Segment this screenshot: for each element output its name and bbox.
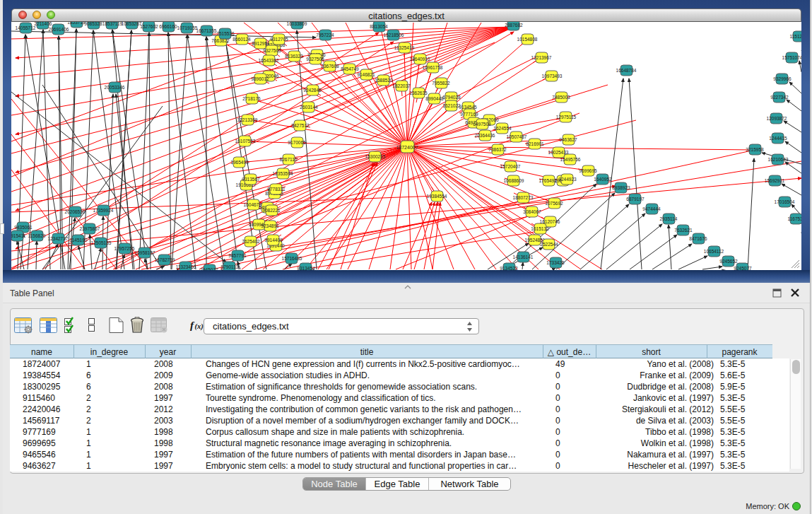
svg-text:2522544: 2522544 bbox=[540, 242, 558, 247]
svg-text:17957255: 17957255 bbox=[114, 246, 135, 251]
svg-text:12093872: 12093872 bbox=[767, 116, 787, 121]
svg-text:10507487: 10507487 bbox=[507, 134, 527, 139]
svg-text:9245077: 9245077 bbox=[734, 266, 752, 270]
svg-text:6794028: 6794028 bbox=[442, 95, 461, 100]
svg-text:15720407: 15720407 bbox=[500, 164, 521, 169]
svg-text:15692911: 15692911 bbox=[765, 178, 785, 183]
svg-text:9313454: 9313454 bbox=[297, 266, 315, 270]
svg-text:19384554: 19384554 bbox=[427, 194, 447, 199]
svg-text:2367608: 2367608 bbox=[321, 64, 339, 69]
svg-text:10154808: 10154808 bbox=[517, 37, 538, 42]
svg-text:8136323: 8136323 bbox=[285, 54, 303, 59]
svg-text:9474444: 9474444 bbox=[642, 206, 661, 211]
svg-text:2211406: 2211406 bbox=[35, 22, 52, 26]
svg-text:9146821: 9146821 bbox=[357, 72, 375, 77]
svg-text:1822037: 1822037 bbox=[392, 83, 411, 88]
svg-text:1965493: 1965493 bbox=[230, 160, 249, 165]
svg-text:1156829: 1156829 bbox=[28, 233, 46, 238]
svg-text:1151234: 1151234 bbox=[790, 34, 801, 39]
svg-text:7957224: 7957224 bbox=[316, 33, 334, 37]
svg-text:12213967: 12213967 bbox=[531, 55, 552, 60]
svg-text:16961758: 16961758 bbox=[423, 65, 443, 70]
svg-text:12213369: 12213369 bbox=[237, 117, 258, 122]
svg-text:1621022: 1621022 bbox=[442, 103, 461, 108]
svg-text:12353594: 12353594 bbox=[273, 171, 293, 176]
svg-text:1527602: 1527602 bbox=[140, 24, 158, 29]
svg-text:10853287: 10853287 bbox=[122, 22, 142, 26]
svg-text:9327508: 9327508 bbox=[306, 57, 324, 62]
svg-text:20053346: 20053346 bbox=[105, 85, 125, 90]
svg-text:16671355: 16671355 bbox=[196, 28, 217, 33]
svg-text:9234891: 9234891 bbox=[261, 223, 279, 228]
svg-text:1145190: 1145190 bbox=[70, 238, 88, 243]
svg-text:15495756: 15495756 bbox=[560, 157, 581, 162]
svg-text:9914409: 9914409 bbox=[264, 238, 283, 243]
svg-text:(x): (x) bbox=[195, 322, 204, 331]
svg-text:18807273: 18807273 bbox=[513, 195, 534, 200]
svg-text:16210643: 16210643 bbox=[768, 157, 789, 162]
svg-text:15751074: 15751074 bbox=[782, 55, 801, 60]
svg-text:8471676: 8471676 bbox=[689, 236, 707, 241]
svg-text:9134522: 9134522 bbox=[500, 266, 518, 270]
svg-text:14136141: 14136141 bbox=[513, 255, 534, 259]
svg-text:9312705: 9312705 bbox=[270, 37, 288, 42]
svg-text:10973493: 10973493 bbox=[542, 74, 563, 78]
svg-text:16543362: 16543362 bbox=[259, 58, 279, 63]
svg-text:8454749: 8454749 bbox=[341, 66, 359, 71]
svg-text:20206536: 20206536 bbox=[65, 209, 86, 214]
svg-text:10025433: 10025433 bbox=[548, 150, 569, 155]
svg-text:2935114: 2935114 bbox=[660, 216, 678, 221]
svg-text:16648784: 16648784 bbox=[616, 68, 637, 73]
svg-text:10958107: 10958107 bbox=[135, 250, 155, 255]
svg-text:2603144: 2603144 bbox=[300, 105, 318, 110]
svg-text:12975115: 12975115 bbox=[556, 115, 577, 119]
svg-text:9245652: 9245652 bbox=[719, 259, 738, 264]
svg-text:8990448: 8990448 bbox=[425, 96, 444, 101]
svg-text:12505135: 12505135 bbox=[91, 240, 112, 245]
svg-text:12342737: 12342737 bbox=[48, 236, 69, 241]
svg-text:16782759: 16782759 bbox=[155, 257, 175, 262]
svg-text:1588520: 1588520 bbox=[375, 78, 393, 83]
svg-text:10719155: 10719155 bbox=[177, 25, 198, 30]
svg-text:1640952: 1640952 bbox=[594, 177, 612, 182]
svg-text:7632621: 7632621 bbox=[674, 228, 693, 233]
svg-text:9082221: 9082221 bbox=[262, 208, 281, 213]
svg-text:9435061: 9435061 bbox=[14, 225, 33, 230]
svg-text:9313567: 9313567 bbox=[242, 177, 260, 182]
svg-text:1362635: 1362635 bbox=[409, 90, 428, 95]
svg-text:17016504: 17016504 bbox=[775, 199, 795, 204]
svg-text:20364436: 20364436 bbox=[475, 133, 495, 138]
svg-text:7485003: 7485003 bbox=[552, 95, 570, 100]
svg-text:10654112: 10654112 bbox=[704, 249, 724, 254]
svg-text:9896012: 9896012 bbox=[251, 76, 269, 81]
svg-text:1167533: 1167533 bbox=[788, 216, 801, 221]
svg-text:9242848: 9242848 bbox=[303, 88, 322, 93]
svg-text:18640910: 18640910 bbox=[410, 57, 430, 62]
svg-text:6497508: 6497508 bbox=[473, 122, 491, 127]
svg-text:11323466: 11323466 bbox=[176, 264, 196, 269]
svg-text:9085328: 9085328 bbox=[84, 22, 102, 26]
svg-text:18724007: 18724007 bbox=[396, 145, 418, 150]
svg-text:9699695: 9699695 bbox=[579, 168, 597, 173]
svg-text:9327505: 9327505 bbox=[263, 48, 281, 53]
svg-text:15716485: 15716485 bbox=[282, 256, 302, 261]
svg-text:1244415: 1244415 bbox=[769, 136, 787, 141]
svg-text:10688609: 10688609 bbox=[504, 178, 524, 183]
svg-text:1733426: 1733426 bbox=[546, 260, 565, 265]
svg-text:1624554: 1624554 bbox=[493, 126, 512, 131]
svg-text:1853719: 1853719 bbox=[67, 22, 86, 25]
svg-text:9463627: 9463627 bbox=[559, 137, 577, 142]
svg-text:7955822: 7955822 bbox=[432, 81, 450, 86]
svg-text:8813054: 8813054 bbox=[370, 24, 388, 29]
svg-text:9777169: 9777169 bbox=[460, 112, 478, 117]
svg-text:2945077: 2945077 bbox=[200, 267, 218, 270]
svg-text:16033809: 16033809 bbox=[287, 22, 307, 26]
svg-text:15218506: 15218506 bbox=[384, 33, 404, 37]
svg-text:17359924: 17359924 bbox=[93, 208, 114, 213]
svg-text:2887682: 2887682 bbox=[505, 23, 523, 28]
svg-text:7515536: 7515536 bbox=[216, 31, 235, 36]
svg-text:3215958: 3215958 bbox=[746, 147, 764, 152]
svg-text:3084067: 3084067 bbox=[523, 209, 541, 214]
svg-text:9170065: 9170065 bbox=[288, 140, 306, 145]
svg-text:6966160: 6966160 bbox=[159, 24, 177, 29]
